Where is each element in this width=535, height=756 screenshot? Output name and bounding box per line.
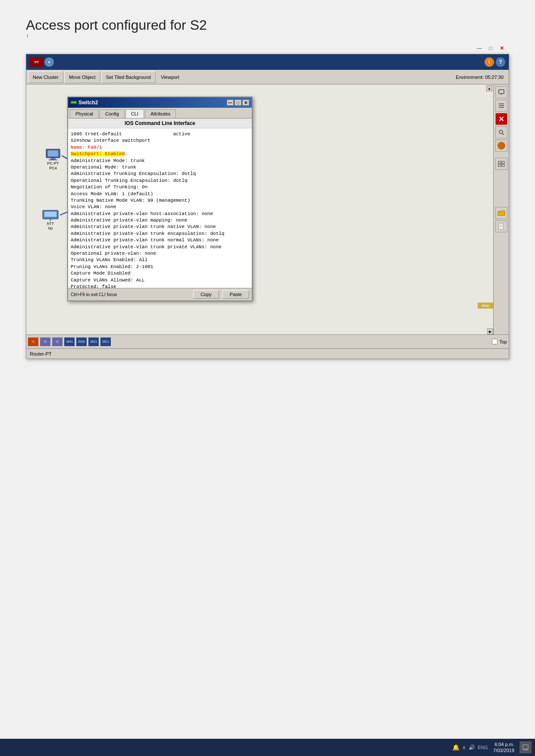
rt-search-button[interactable]: [495, 126, 507, 138]
paste-button[interactable]: Paste: [222, 290, 249, 299]
device-generic2-label: G: [56, 340, 58, 343]
cli-line-admin-pvlan-trunk-enc: Administrative private-vlan trunk encaps…: [71, 231, 249, 237]
rt-doc-button[interactable]: [495, 220, 507, 232]
dialog-minimize-btn[interactable]: —: [227, 100, 234, 106]
network-element-htt[interactable]: hTTh0: [42, 209, 59, 231]
environment-label: Environment: 05:27:30: [456, 75, 507, 80]
tab-physical[interactable]: Physical: [70, 109, 99, 118]
rt-delete-button[interactable]: ✕: [495, 113, 507, 125]
switch2-dialog-icon: [71, 100, 77, 106]
svg-rect-29: [502, 161, 504, 163]
dialog-titlebar: Switch2 — □ ✕: [68, 97, 252, 108]
svg-rect-28: [498, 161, 501, 163]
svg-rect-31: [502, 164, 504, 166]
pt-statusbar: Router-PT: [26, 348, 509, 359]
cli-line-pruning-vlans: Pruning VLANs Enabled: 2-1001: [71, 264, 249, 270]
pt-right-toolbar: ✕: [493, 84, 509, 334]
svg-rect-5: [44, 212, 56, 217]
taskbar-show-desktop[interactable]: [519, 741, 532, 753]
pt-help-button[interactable]: ?: [496, 57, 505, 67]
dialog-close-btn[interactable]: ✕: [242, 100, 249, 106]
dialog-tab-header: IOS Command Line Interface: [68, 119, 252, 128]
device-generic2[interactable]: G: [52, 337, 63, 346]
cli-line-admin-pvlan-trunk-normal: Administrative private-vlan trunk normal…: [71, 237, 249, 244]
svg-rect-3: [49, 159, 57, 160]
cli-line-admin-pvlan-trunk-private: Administrative private-vlan trunk privat…: [71, 244, 249, 250]
close-button[interactable]: ✕: [498, 44, 506, 52]
cli-line-admin-pvlan-map: Administrative private-vlan mapping: non…: [71, 217, 249, 224]
rt-circle-button[interactable]: [495, 140, 507, 152]
cli-line-trunk-vlans: Trunking VLANs Enabled: All: [71, 257, 249, 263]
device-2621xm-label: 2621: [90, 340, 97, 343]
dialog-maximize-btn[interactable]: □: [235, 100, 241, 106]
time-indicator: time: [478, 303, 493, 309]
rt-select-button[interactable]: [495, 86, 507, 98]
set-tiled-background-button[interactable]: Set Tiled Background: [101, 71, 156, 83]
rt-grid-button[interactable]: [495, 158, 507, 170]
dialog-title-text: Switch2: [78, 100, 98, 106]
device-1841[interactable]: 1841: [64, 337, 75, 346]
page-subtitle: t: [26, 33, 509, 38]
dialog-cli-content[interactable]: 1005 trnet-default active S2#show interf…: [68, 128, 252, 288]
dialog-footer: Ctrl+F6 to exit CLI focus Copy Paste: [68, 288, 252, 300]
maximize-button[interactable]: □: [487, 44, 494, 52]
status-text: Router-PT: [30, 351, 52, 356]
cli-line-switchport: Switchport: Enabled: [71, 151, 249, 157]
taskbar-network-icon: ∧: [462, 744, 466, 750]
new-cluster-button[interactable]: New Cluster: [28, 71, 63, 83]
top-checkbox-area: Top: [492, 339, 507, 344]
cli-line-op-mode: Operational Mode: trunk: [71, 164, 249, 171]
cli-line-2: S2#show interface switchport: [71, 137, 249, 144]
device-2811[interactable]: 2811: [100, 337, 111, 346]
cli-line-1: 1005 trnet-default active: [71, 131, 249, 137]
cli-line-neg-trunk: Negotiation of Trunking: On: [71, 184, 249, 191]
cli-line-name: Name: Fa0/1: [71, 144, 249, 151]
device-generic1[interactable]: G: [40, 337, 50, 346]
taskbar-sound-icon: 🔊: [469, 744, 475, 750]
rt-list-button[interactable]: [495, 100, 507, 112]
cli-line-protected: Protected: false: [71, 284, 249, 288]
svg-rect-2: [50, 158, 56, 159]
packet-tracer-window: PT ● i ? New Cluster Move Object Se: [26, 54, 509, 359]
tab-attributes[interactable]: Attributes: [145, 109, 176, 118]
cli-line-admin-pvlan-trunk-native: Administrative private-vlan trunk native…: [71, 224, 249, 230]
window-controls: — □ ✕: [476, 44, 506, 52]
pt-topbar: PT ● i ?: [26, 54, 509, 70]
network-element-pc4[interactable]: PC-PTPC4: [44, 148, 62, 171]
taskbar-date-display: 7/03/2019: [493, 747, 514, 753]
move-object-button[interactable]: Move Object: [64, 71, 100, 83]
pt-topbar-left: PT ●: [30, 57, 54, 67]
cli-line-voice-vlan: Voice VLAN: none: [71, 204, 249, 210]
svg-point-18: [72, 102, 73, 103]
dialog-controls: — □ ✕: [227, 100, 249, 106]
search-icon: [498, 129, 505, 136]
minimize-button[interactable]: —: [476, 44, 483, 52]
svg-rect-30: [498, 164, 501, 166]
svg-rect-21: [499, 90, 504, 94]
htt-label: hTTh0: [47, 222, 54, 231]
pt-canvas[interactable]: ▲ PC-PTPC4: [26, 84, 493, 334]
rt-folder-button[interactable]: [495, 207, 507, 219]
svg-point-26: [499, 130, 503, 134]
device-generic1-label: G: [44, 340, 46, 343]
device-2620xm[interactable]: 2620: [76, 337, 87, 346]
tab-config[interactable]: Config: [100, 109, 125, 118]
pt-info-button[interactable]: i: [485, 57, 494, 67]
device-1841-label: 1841: [66, 340, 73, 343]
pt-main-toolbar: New Cluster Move Object Set Tiled Backgr…: [26, 70, 509, 84]
taskbar-clock: 6:04 p.m. 7/03/2019: [493, 741, 514, 754]
htt-icon: [42, 209, 59, 222]
dialog-tabs: Physical Config CLI Attributes: [68, 108, 252, 119]
top-checkbox[interactable]: [492, 339, 497, 344]
cli-line-admin-mode: Administrative Mode: trunk: [71, 158, 249, 164]
device-2621xm[interactable]: 2621: [88, 337, 99, 346]
top-checkbox-label: Top: [499, 339, 507, 344]
svg-line-27: [502, 133, 504, 135]
taskbar-lang-label: ENG: [478, 745, 488, 750]
scroll-top-indicator: ▲: [486, 85, 492, 91]
copy-button[interactable]: Copy: [193, 290, 219, 299]
page-title: Access port configured for S2: [26, 17, 509, 33]
tab-cli[interactable]: CLI: [125, 109, 144, 118]
svg-rect-1: [48, 150, 58, 156]
device-i1[interactable]: I1: [28, 337, 38, 346]
